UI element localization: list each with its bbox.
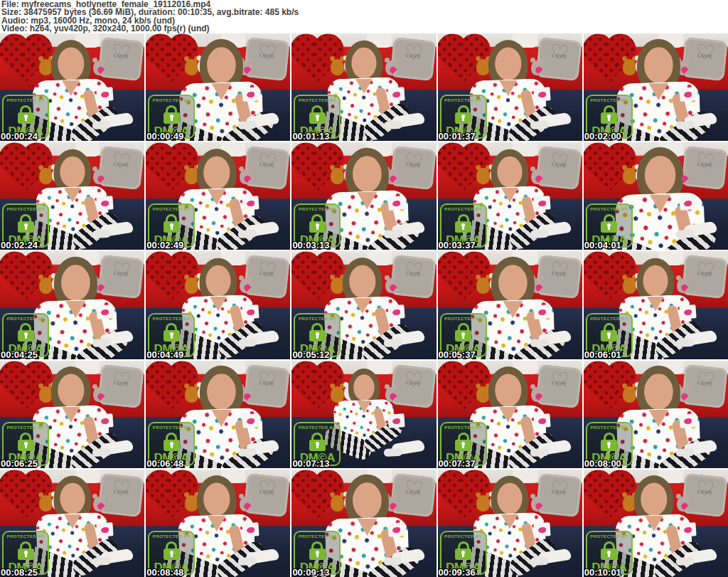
video-thumbnail: ♡ LOVE PROTECTED BY: [0, 142, 144, 250]
timestamp-overlay: 00:01:13: [292, 131, 329, 141]
lock-icon: [164, 541, 180, 560]
thumbnail-scene: ♡ LOVE PROTECTED BY: [438, 470, 582, 577]
thumbnail-scene: ♡ LOVE PROTECTED BY: [584, 251, 728, 359]
lock-icon: [455, 214, 471, 233]
timestamp-overlay: 00:07:13: [292, 458, 329, 468]
white-card: [387, 523, 405, 538]
figure-face: [353, 156, 382, 192]
dmca-protected-by-text: PROTECTED BY: [153, 207, 191, 211]
video-thumbnail: ♡ LOVE PROTECTED BY: [438, 251, 582, 359]
video-thumbnail: ♡ LOVE PROTECTED BY: [584, 33, 728, 141]
video-thumbnail: ♡ LOVE PROTECTED BY: [146, 251, 290, 359]
video-thumbnail: ♡ LOVE PROTECTED BY: [584, 361, 728, 468]
video-thumbnail: ♡ LOVE PROTECTED BY: [438, 361, 582, 468]
video-thumbnail: ♡ LOVE PROTECTED BY: [584, 470, 728, 577]
timestamp-overlay: 00:05:12: [292, 349, 329, 359]
lock-icon: [18, 433, 34, 451]
lock-icon: [601, 433, 617, 451]
thumbnail-scene: ♡ LOVE PROTECTED BY: [584, 470, 728, 577]
video-thumbnail: ♡ LOVE PROTECTED BY: [291, 142, 436, 250]
white-card: [680, 196, 697, 211]
thumbnail-grid: ♡ LOVE PROTECTED BY: [0, 33, 728, 577]
white-card: [387, 196, 405, 211]
video-thumbnail: ♡ LOVE PROTECTED BY: [0, 251, 144, 359]
white-card: [242, 413, 259, 428]
white-card: [242, 196, 259, 211]
video-thumbnail: ♡ LOVE PROTECTED BY: [584, 142, 728, 250]
thumbnail-scene: ♡ LOVE PROTECTED BY: [291, 33, 436, 141]
lock-icon: [601, 323, 617, 342]
thumbnail-scene: ♡ LOVE PROTECTED BY: [146, 33, 290, 141]
dmca-protected-by-text: PROTECTED BY: [153, 425, 191, 430]
thumbnail-scene: ♡ LOVE PROTECTED BY: [146, 142, 290, 250]
thumbnail-scene: ♡ LOVE PROTECTED BY: [584, 142, 728, 250]
dmca-protected-by-text: PROTECTED BY: [299, 98, 336, 102]
figure-face: [207, 374, 236, 410]
white-card: [387, 305, 405, 319]
pillow-love-text: LOVE: [551, 380, 567, 386]
timestamp-overlay: 00:07:37: [439, 458, 476, 468]
white-card: [96, 305, 113, 319]
video-thumbnail: ♡ LOVE PROTECTED BY: [291, 251, 436, 359]
figure-face: [61, 265, 90, 301]
thumbnail-scene: ♡ LOVE PROTECTED BY: [438, 361, 582, 468]
dmca-protected-by-text: PROTECTED BY: [6, 317, 44, 321]
video-thumbnail: ♡ LOVE PROTECTED BY: [146, 361, 290, 468]
lock-icon: [455, 541, 471, 560]
white-card: [680, 305, 697, 319]
figure-face: [353, 374, 374, 401]
thumbnail-scene: ♡ LOVE PROTECTED BY: [438, 251, 582, 359]
video-thumbnail: ♡ LOVE PROTECTED BY: [438, 142, 582, 250]
white-card: [242, 87, 259, 102]
thumbnail-scene: ♡ LOVE PROTECTED BY: [0, 33, 144, 141]
timestamp-overlay: 00:03:13: [292, 240, 329, 250]
dmca-protected-by-text: PROTECTED BY: [444, 98, 482, 102]
file-info-header: File: myfreecams_hotlynette_female_19112…: [0, 0, 728, 33]
white-card: [96, 196, 113, 211]
dmca-protected-by-text: PROTECTED BY: [153, 534, 191, 539]
figure-face: [351, 47, 376, 78]
lock-icon: [164, 105, 180, 124]
dmca-protected-by-text: PROTECTED BY: [444, 425, 482, 430]
thumbnail-scene: ♡ LOVE PROTECTED BY: [146, 470, 290, 577]
video-thumbnail: ♡ LOVE PROTECTED BY: [0, 470, 144, 577]
lock-icon: [455, 323, 471, 342]
lock-icon: [309, 214, 326, 233]
figure-face: [349, 265, 375, 297]
video-thumbnail: ♡ LOVE PROTECTED BY: [146, 470, 290, 577]
timestamp-overlay: 00:06:48: [146, 458, 183, 468]
dmca-protected-by-text: PROTECTED BY: [153, 98, 191, 102]
white-card: [680, 87, 697, 102]
dmca-protected-by-text: PROTECTED BY: [590, 98, 628, 102]
dmca-protected-by-text: PROTECTED BY: [6, 98, 44, 102]
thumbnail-scene: ♡ LOVE PROTECTED BY: [291, 361, 436, 468]
figure-face: [645, 156, 676, 194]
lock-icon: [18, 214, 34, 233]
video-thumbnail: ♡ LOVE PROTECTED BY: [291, 361, 436, 468]
thumbnail-scene: ♡ LOVE PROTECTED BY: [0, 361, 144, 468]
timestamp-overlay: 00:09:36: [439, 567, 476, 577]
figure-face: [353, 483, 382, 519]
video-thumbnail: ♡ LOVE PROTECTED BY: [0, 361, 144, 468]
video-thumbnail: ♡ LOVE PROTECTED BY: [291, 33, 436, 141]
timestamp-overlay: 00:00:24: [1, 131, 38, 141]
lock-icon: [601, 214, 617, 233]
white-card: [96, 523, 113, 538]
video-info-line: Video: h264, yuv420p, 320x240, 1000.00 f…: [1, 25, 728, 33]
white-card: [387, 87, 405, 102]
lock-icon: [309, 105, 326, 124]
figure-face: [205, 265, 230, 297]
thumbnail-scene: ♡ LOVE PROTECTED BY: [291, 470, 436, 577]
timestamp-overlay: 00:04:01: [584, 240, 621, 250]
dmca-protected-by-text: PROTECTED BY: [444, 317, 482, 321]
timestamp-overlay: 00:04:25: [1, 349, 38, 359]
thumbnail-scene: ♡ LOVE PROTECTED BY: [584, 33, 728, 141]
video-thumbnail: ♡ LOVE PROTECTED BY: [146, 142, 290, 250]
white-card: [242, 523, 259, 538]
white-card: [96, 413, 113, 428]
dmca-protected-by-text: PROTECTED BY: [299, 425, 336, 430]
lock-icon: [164, 214, 180, 233]
thumbnail-scene: ♡ LOVE PROTECTED BY: [584, 361, 728, 468]
lock-icon: [164, 433, 180, 451]
lock-icon: [455, 105, 471, 124]
